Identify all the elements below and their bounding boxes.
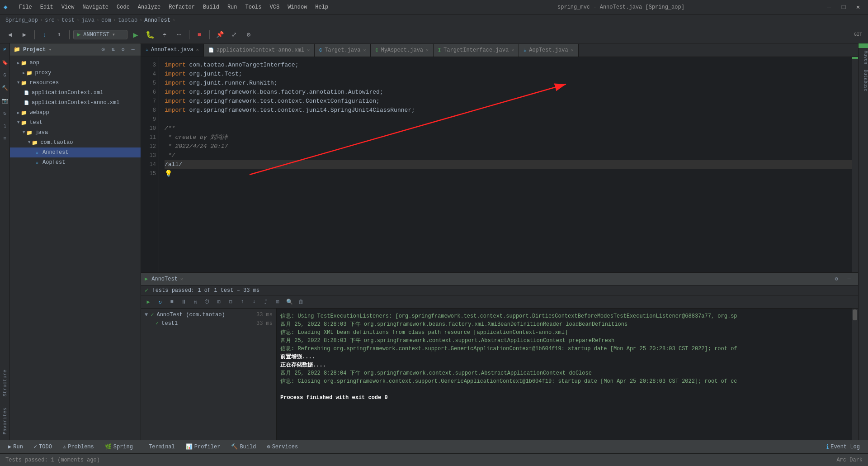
filter-icon[interactable]: ⚙ xyxy=(119,46,127,54)
project-icon[interactable]: P xyxy=(0,45,9,54)
menu-refactor[interactable]: Refactor xyxy=(165,3,198,12)
menu-code[interactable]: Code xyxy=(113,3,133,12)
bottom-tab-eventlog[interactable]: ℹ Event Log xyxy=(822,442,864,452)
tree-item-annotest[interactable]: ☕ AnnoTest xyxy=(10,147,141,157)
menu-edit[interactable]: Edit xyxy=(37,3,57,12)
tree-item-webapp[interactable]: ▶ 📁 webapp xyxy=(10,108,141,118)
bottom-tab-problems[interactable]: ⚠ Problems xyxy=(58,442,99,452)
bottom-tab-spring[interactable]: 🌿 Spring xyxy=(100,442,137,452)
locate-icon[interactable]: ⊙ xyxy=(99,46,107,54)
back-button[interactable]: ◀ xyxy=(4,29,16,41)
test-item-annotest[interactable]: ▼ AnnoTest (com.taotao) 33 ms xyxy=(141,310,276,319)
maximize-button[interactable]: □ xyxy=(837,2,850,12)
breadcrumb-item[interactable]: src xyxy=(45,17,55,24)
tree-item-resources[interactable]: ▼ 📁 resources xyxy=(10,78,141,88)
delete-btn[interactable]: 🗑 xyxy=(296,296,307,307)
collapse-all-btn[interactable]: ⊟ xyxy=(225,296,236,307)
tree-item-test[interactable]: ▼ 📁 test xyxy=(10,118,141,128)
build-icon[interactable]: 🔨 xyxy=(0,83,9,92)
tree-item-proxy[interactable]: ▶ 📁 proxy xyxy=(10,68,141,78)
breadcrumb-item[interactable]: Spring_aop xyxy=(5,17,38,24)
breadcrumb-item[interactable]: java xyxy=(81,17,94,24)
rerun-failed[interactable]: ↻ xyxy=(155,296,165,307)
sort-alpha-btn[interactable]: ⇅ xyxy=(190,296,201,307)
panel-settings[interactable]: ⚙ xyxy=(831,274,842,285)
project-dropdown[interactable]: ▾ xyxy=(48,47,52,52)
tree-item-aop[interactable]: ▶ 📁 aop xyxy=(10,58,141,68)
minimize-button[interactable]: ─ xyxy=(823,2,835,12)
breadcrumb-item[interactable]: com xyxy=(101,17,111,24)
tree-item-java[interactable]: ▼ 📁 java xyxy=(10,128,141,138)
menu-view[interactable]: View xyxy=(58,3,78,12)
expand-all-btn[interactable]: ⊞ xyxy=(213,296,224,307)
pause-btn[interactable]: ⏸ xyxy=(178,296,189,307)
tab-close-button[interactable]: ✕ xyxy=(363,48,366,53)
tab-close-button[interactable]: ✕ xyxy=(571,48,574,53)
menu-vcs[interactable]: VCS xyxy=(266,3,283,12)
panel-minimize[interactable]: ─ xyxy=(844,274,854,285)
settings-button[interactable]: ⚙ xyxy=(242,29,255,41)
structure-label[interactable]: Structure xyxy=(1,366,9,400)
run-tab[interactable]: AnnoTest ✕ xyxy=(151,276,183,282)
tab-aoptest[interactable]: ☕ AopTest.java ✕ xyxy=(519,44,578,57)
menu-navigate[interactable]: Navigate xyxy=(79,3,112,12)
camera-icon[interactable]: 📷 xyxy=(0,96,9,105)
breadcrumb-item[interactable]: test xyxy=(61,17,75,24)
coverage-button[interactable]: ☂ xyxy=(158,29,171,41)
tab-myaspect[interactable]: C MyAspect.java ✕ xyxy=(371,44,434,57)
tree-item-appctx[interactable]: 📄 applicationContext.xml xyxy=(10,88,141,98)
collapse-icon[interactable]: ─ xyxy=(129,46,137,54)
breadcrumb-item[interactable]: taotao xyxy=(118,17,137,24)
menu-help[interactable]: Help xyxy=(311,3,332,12)
tab-close-button[interactable]: ✕ xyxy=(426,48,429,53)
scroll-up-btn[interactable]: ↑ xyxy=(237,296,248,307)
vcs-update-button[interactable]: ↓ xyxy=(38,29,51,41)
maven-label[interactable]: Maven xyxy=(859,48,868,67)
code-content[interactable]: import com.taotao.AnnoTargetInterface; i… xyxy=(159,57,858,272)
refresh-icon[interactable]: ↻ xyxy=(0,109,9,118)
rerun-button[interactable]: ▶ xyxy=(143,296,154,307)
debug-button[interactable]: 🐛 xyxy=(144,29,156,41)
tab-target[interactable]: C Target.java ✕ xyxy=(315,44,371,57)
search-btn[interactable]: 🔍 xyxy=(284,296,295,307)
tab-annotest[interactable]: ☕ AnnoTest.java ✕ xyxy=(141,44,204,57)
bottom-tab-todo[interactable]: ✓ TODO xyxy=(29,442,57,452)
bottom-tab-build[interactable]: 🔨 Build xyxy=(226,442,260,452)
menu-run[interactable]: Run xyxy=(224,3,241,12)
filter-btn[interactable]: ⊞ xyxy=(272,296,283,307)
menu-analyze[interactable]: Analyze xyxy=(134,3,164,12)
expand-button[interactable]: ⤢ xyxy=(228,29,241,41)
menu-tools[interactable]: Tools xyxy=(242,3,265,12)
editor-scrollbar[interactable] xyxy=(852,57,858,272)
push-icon[interactable]: ⤵ xyxy=(0,121,9,130)
tree-item-com-taotao[interactable]: ▼ 📁 com.taotao xyxy=(10,138,141,147)
tab-targetinterface[interactable]: I TargetInterface.java ✕ xyxy=(434,44,519,57)
console-scrollbar[interactable] xyxy=(852,309,858,440)
theme-name[interactable]: Arc Dark xyxy=(836,457,863,463)
favorites-label[interactable]: Favorites xyxy=(1,404,9,438)
git-icon[interactable]: G xyxy=(0,71,9,80)
tab-close-button[interactable]: ✕ xyxy=(307,48,310,53)
bottom-tab-services[interactable]: ⚙ Services xyxy=(262,442,302,452)
close-button[interactable]: ✕ xyxy=(852,2,864,12)
scroll-down-btn[interactable]: ↓ xyxy=(249,296,259,307)
bottom-tab-terminal[interactable]: _ Terminal xyxy=(139,442,179,452)
menu-window[interactable]: Window xyxy=(284,3,311,12)
tree-item-aoptest[interactable]: ☕ AopTest xyxy=(10,157,141,167)
menu-build[interactable]: Build xyxy=(199,3,223,12)
sort-icon[interactable]: ⇅ xyxy=(109,46,117,54)
stop-button[interactable]: ■ xyxy=(193,29,206,41)
vcs-commit-button[interactable]: ⬆ xyxy=(53,29,66,41)
menu-file[interactable]: File xyxy=(15,3,36,12)
run-button[interactable]: ▶ xyxy=(129,29,142,41)
tab-close-button[interactable]: ✕ xyxy=(511,48,514,53)
breadcrumb-current[interactable]: AnnoTest xyxy=(144,17,170,24)
test-item-test1[interactable]: test1 33 ms xyxy=(141,319,276,328)
pin-button[interactable]: 📌 xyxy=(213,29,226,41)
more-run-options[interactable]: ⋯ xyxy=(173,29,185,41)
bookmarks-icon[interactable]: 🔖 xyxy=(0,58,9,67)
database-label[interactable]: Database xyxy=(859,67,868,94)
tree-item-appctx-anno[interactable]: 📄 applicationContext-anno.xml xyxy=(10,98,141,108)
git-icon[interactable]: GIT xyxy=(852,29,864,41)
list-icon[interactable]: ≡ xyxy=(0,134,9,143)
